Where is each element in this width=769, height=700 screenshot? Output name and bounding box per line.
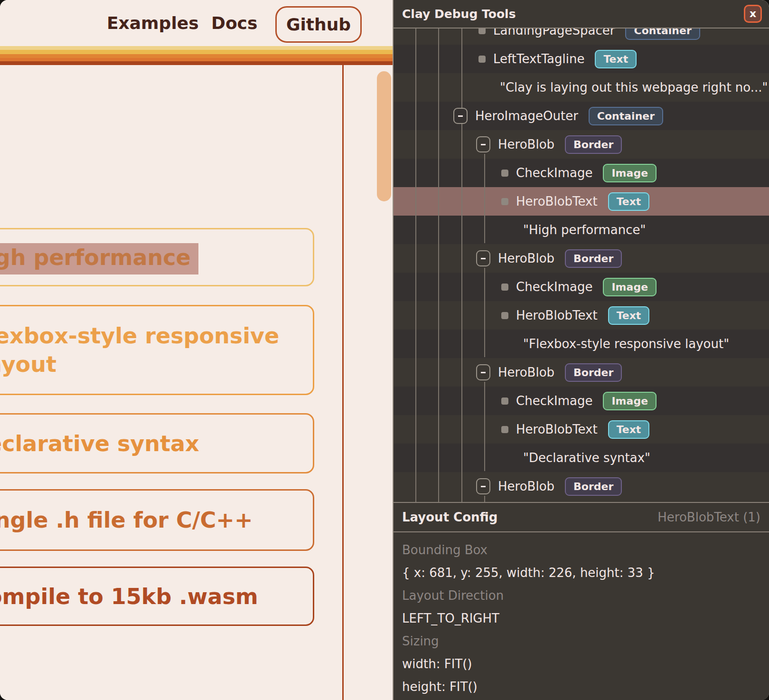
scrollbar-thumb[interactable] [377, 71, 391, 201]
collapse-toggle-icon[interactable] [476, 478, 490, 494]
debug-selection-highlight [0, 243, 198, 274]
element-type-badge: Border [565, 477, 622, 496]
tree-node-name: CheckImage [516, 280, 592, 294]
tree-node-row-heroblobtext[interactable]: HeroBlobTextText [394, 187, 769, 216]
element-type-badge: Text [595, 50, 637, 68]
text-preview: "High performance" [523, 223, 646, 237]
debug-panel-title: Clay Debug Tools [402, 7, 516, 21]
tree-node-row-checkimage[interactable]: CheckImageImage [394, 273, 769, 301]
leaf-bullet-icon [478, 56, 486, 63]
config-value: height: FIT() [402, 675, 769, 698]
config-value-text: height: FIT() [402, 680, 478, 694]
config-value: { x: 681, y: 255, width: 226, height: 33… [402, 561, 769, 584]
tree-node-row-heroimageouter[interactable]: HeroImageOuterContainer [394, 102, 769, 130]
collapse-toggle-icon[interactable] [453, 108, 468, 124]
tree-node-row-heroblob[interactable]: HeroBlobBorder [394, 472, 769, 501]
indent-guide-line [461, 28, 462, 502]
stripe-band [0, 61, 393, 65]
tree-node-row-heroblob[interactable]: HeroBlobBorder [394, 130, 769, 159]
tree-node-name: LandingPageSpacer [493, 28, 615, 38]
feature-box: eclarative syntax [0, 413, 314, 473]
minus-icon [481, 486, 486, 487]
feature-box: lexbox-style responsive ayout [0, 305, 314, 395]
tree-text-preview-row[interactable]: "Flexbox-style responsive layout" [394, 330, 769, 358]
tree-node-name: CheckImage [516, 166, 592, 180]
feature-box-label: lexbox-style responsive ayout [0, 322, 313, 378]
config-label-text: Sizing [402, 634, 439, 648]
element-tree: LandingPageSpacerContainerLeftTextTaglin… [394, 28, 769, 502]
collapse-toggle-icon[interactable] [476, 250, 490, 266]
element-type-badge: Image [603, 278, 656, 296]
element-type-badge: Border [565, 363, 622, 382]
config-value-text: LEFT_TO_RIGHT [402, 611, 499, 625]
indent-guide-line [484, 382, 485, 471]
feature-box-label: eclarative syntax [0, 429, 199, 458]
tree-node-name: LeftTextTagline [493, 52, 584, 66]
feature-box: ompile to 15kb .wasm [0, 567, 314, 626]
debug-panel-header: Clay Debug Tools x [394, 0, 769, 28]
element-type-badge: Border [565, 249, 622, 268]
tree-node-row-checkimage[interactable]: CheckImageImage [394, 159, 769, 187]
collapse-toggle-icon[interactable] [476, 136, 490, 152]
tree-node-row-heroblob[interactable]: HeroBlobBorder [394, 358, 769, 387]
tree-node-name: HeroImageOuter [475, 109, 578, 123]
tree-node-row-heroblobtext[interactable]: HeroBlobTextText [394, 301, 769, 330]
config-value: LEFT_TO_RIGHT [402, 607, 769, 630]
tree-node-row-checkimage[interactable]: CheckImageImage [394, 387, 769, 415]
tree-node-name: HeroBlob [498, 479, 554, 493]
close-icon[interactable]: x [744, 5, 762, 23]
element-type-badge: Text [608, 420, 650, 439]
tree-node-name: HeroBlob [498, 251, 554, 265]
config-label-text: Bounding Box [402, 543, 488, 557]
element-type-badge: Border [565, 135, 622, 154]
config-section-label: Layout Direction [402, 584, 769, 607]
tree-node-name: CheckImage [516, 394, 592, 408]
tree-node-row-heroblob[interactable]: HeroBlobBorder [394, 244, 769, 273]
tree-node-name: HeroBlobText [516, 422, 598, 436]
text-preview: "Flexbox-style responsive layout" [523, 337, 729, 351]
stripe-band [0, 58, 393, 61]
app-window: Examples Docs Github igh performancelexb… [0, 0, 769, 700]
leaf-bullet-icon [501, 426, 508, 433]
leaf-bullet-icon [501, 198, 508, 205]
tree-text-preview-row[interactable]: "Declarative syntax" [394, 444, 769, 472]
element-type-badge: Container [589, 107, 663, 125]
tree-text-preview-row[interactable]: "Clay is laying out this webpage right n… [394, 73, 769, 102]
selected-element-label: HeroBlobText (1) [657, 510, 760, 524]
feature-box-label: ingle .h file for C/C++ [0, 506, 253, 534]
config-value: width: FIT() [402, 653, 769, 675]
github-button[interactable]: Github [275, 6, 362, 43]
stripe-band [0, 54, 393, 58]
config-label-text: Layout Direction [402, 588, 504, 603]
feature-box: ingle .h file for C/C++ [0, 489, 314, 551]
tree-node-name: HeroBlobText [516, 194, 598, 208]
indent-guide-line [438, 28, 439, 502]
top-nav: Examples Docs Github [0, 0, 393, 46]
tree-text-preview-row[interactable]: "High performance" [394, 216, 769, 244]
leaf-bullet-icon [501, 312, 508, 319]
minus-icon [481, 144, 486, 145]
leaf-bullet-icon [501, 397, 508, 405]
tree-node-name: HeroBlobText [516, 308, 598, 322]
stripe-band [0, 46, 393, 50]
tree-node-row-heroblobtext[interactable]: HeroBlobTextText [394, 415, 769, 444]
config-section-label: Bounding Box [402, 539, 769, 561]
tree-node-row-lefttexttagline[interactable]: LeftTextTaglineText [394, 45, 769, 73]
collapse-toggle-icon[interactable] [476, 364, 490, 380]
element-type-badge: Text [608, 192, 650, 211]
nav-link-examples[interactable]: Examples [107, 0, 199, 46]
minus-icon [458, 115, 463, 117]
layout-config-header: Layout Config HeroBlobText (1) [394, 502, 769, 532]
vertical-divider [342, 65, 344, 700]
layout-config-title: Layout Config [402, 510, 497, 524]
leaf-bullet-icon [478, 28, 486, 34]
landing-page: Examples Docs Github igh performancelexb… [0, 0, 393, 700]
minus-icon [481, 372, 486, 373]
nav-link-docs[interactable]: Docs [211, 0, 257, 46]
feature-box-label: ompile to 15kb .wasm [0, 582, 258, 611]
text-preview: "Declarative syntax" [523, 451, 650, 465]
leaf-bullet-icon [501, 170, 508, 177]
tree-node-row-landingpagespacer[interactable]: LandingPageSpacerContainer [394, 28, 769, 45]
indent-guide-line [484, 268, 485, 357]
tree-node-name: HeroBlob [498, 137, 554, 151]
